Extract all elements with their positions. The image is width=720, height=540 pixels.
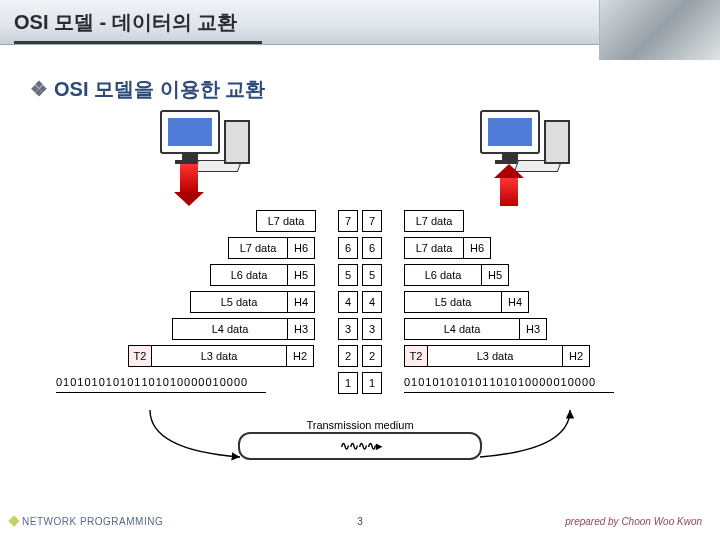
payload-cell: L7 data bbox=[228, 237, 288, 259]
layer-number: 4 bbox=[362, 291, 382, 313]
trailer-cell: T2 bbox=[128, 345, 152, 367]
layer-number-pair: 33 bbox=[338, 318, 382, 340]
host-left-icon bbox=[160, 110, 220, 164]
layer-number: 7 bbox=[362, 210, 382, 232]
slide-title: OSI 모델 - 데이터의 교환 bbox=[14, 9, 237, 36]
header-cell: H4 bbox=[287, 291, 315, 313]
layer-number-column: 77665544332211 bbox=[338, 210, 382, 399]
payload-cell: L6 data bbox=[210, 264, 288, 286]
footer-left: NETWORK PROGRAMMING bbox=[22, 516, 163, 527]
encap-row: L6 dataH5 bbox=[404, 264, 509, 286]
arrow-up-icon bbox=[500, 164, 518, 206]
layer-number: 4 bbox=[338, 291, 358, 313]
layer-number-pair: 66 bbox=[338, 237, 382, 259]
layer-number: 5 bbox=[362, 264, 382, 286]
trailer-cell: T2 bbox=[404, 345, 428, 367]
page-number: 3 bbox=[357, 516, 363, 527]
encap-row: L7 data bbox=[256, 210, 316, 232]
payload-cell: L4 data bbox=[172, 318, 288, 340]
signal-wave-icon: ∿∿∿∿▸ bbox=[240, 439, 480, 453]
layer-number: 2 bbox=[338, 345, 358, 367]
layer-number-pair: 44 bbox=[338, 291, 382, 313]
transmission-medium: Transmission medium ∿∿∿∿▸ bbox=[238, 419, 482, 460]
layer-number: 1 bbox=[338, 372, 358, 394]
transmission-label: Transmission medium bbox=[238, 419, 482, 431]
footer: NETWORK PROGRAMMING 3 prepared by Choon … bbox=[0, 516, 720, 534]
host-right-icon bbox=[480, 110, 540, 164]
encap-row: L7 data bbox=[404, 210, 464, 232]
physical-bits: 010101010101101010000010000 bbox=[404, 376, 664, 388]
payload-cell: L7 data bbox=[404, 210, 464, 232]
header-cell: H6 bbox=[287, 237, 315, 259]
encap-row: L7 dataH6 bbox=[228, 237, 315, 259]
payload-cell: L3 data bbox=[151, 345, 287, 367]
arrow-down-icon bbox=[180, 164, 198, 206]
payload-cell: L4 data bbox=[404, 318, 520, 340]
header-cell: H5 bbox=[287, 264, 315, 286]
payload-cell: L5 data bbox=[404, 291, 502, 313]
layer-number-pair: 55 bbox=[338, 264, 382, 286]
layer-number: 6 bbox=[338, 237, 358, 259]
payload-cell: L5 data bbox=[190, 291, 288, 313]
layer-number: 3 bbox=[362, 318, 382, 340]
header-cell: H2 bbox=[286, 345, 314, 367]
physical-bits: 010101010101101010000010000 bbox=[56, 376, 316, 388]
encap-row: T2L3 dataH2 bbox=[128, 345, 314, 367]
layer-number: 2 bbox=[362, 345, 382, 367]
header-cell: H3 bbox=[287, 318, 315, 340]
layer-number: 6 bbox=[362, 237, 382, 259]
encap-row: L7 dataH6 bbox=[404, 237, 491, 259]
title-bar: OSI 모델 - 데이터의 교환 bbox=[0, 0, 720, 45]
layer-number-pair: 11 bbox=[338, 372, 382, 394]
encap-row: L5 dataH4 bbox=[404, 291, 529, 313]
layer-number-pair: 77 bbox=[338, 210, 382, 232]
slide: OSI 모델 - 데이터의 교환 ❖OSI 모델을 이용한 교환 7766554… bbox=[0, 0, 720, 540]
header-cell: H5 bbox=[481, 264, 509, 286]
subtitle-text: OSI 모델을 이용한 교환 bbox=[54, 78, 265, 100]
encap-row: L4 dataH3 bbox=[404, 318, 547, 340]
payload-cell: L3 data bbox=[427, 345, 563, 367]
payload-cell: L7 data bbox=[256, 210, 316, 232]
header-cell: H3 bbox=[519, 318, 547, 340]
layer-number: 5 bbox=[338, 264, 358, 286]
layer-number: 7 bbox=[338, 210, 358, 232]
header-cell: H4 bbox=[501, 291, 529, 313]
encap-row: T2L3 dataH2 bbox=[404, 345, 590, 367]
layer-number-pair: 22 bbox=[338, 345, 382, 367]
encap-row: L6 dataH5 bbox=[210, 264, 315, 286]
slide-subtitle: ❖OSI 모델을 이용한 교환 bbox=[30, 76, 265, 103]
header-cell: H2 bbox=[562, 345, 590, 367]
medium-tube-icon: ∿∿∿∿▸ bbox=[238, 432, 482, 460]
layer-number: 1 bbox=[362, 372, 382, 394]
osi-diagram: 77665544332211 L7 dataL7 dataH6L6 dataH5… bbox=[0, 110, 720, 490]
bullet-icon: ❖ bbox=[30, 78, 48, 100]
payload-cell: L6 data bbox=[404, 264, 482, 286]
payload-cell: L7 data bbox=[404, 237, 464, 259]
encap-row: L5 dataH4 bbox=[190, 291, 315, 313]
layer-number: 3 bbox=[338, 318, 358, 340]
header-cell: H6 bbox=[463, 237, 491, 259]
footer-right: prepared by Choon Woo Kwon bbox=[565, 516, 702, 527]
decorative-corner bbox=[599, 0, 720, 60]
encap-row: L4 dataH3 bbox=[172, 318, 315, 340]
